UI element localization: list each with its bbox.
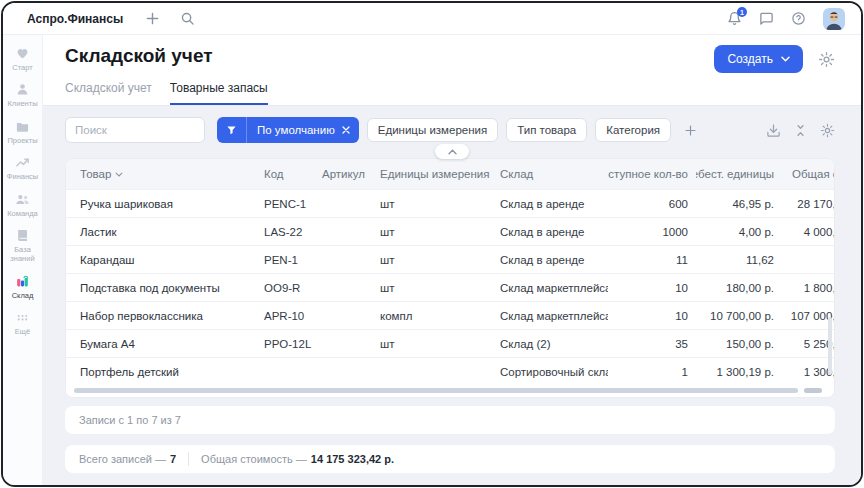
cell-warehouse: Склад (2) — [492, 338, 608, 350]
cell-unit: шт — [372, 338, 492, 350]
active-filter-label: По умолчанию — [247, 124, 342, 136]
cell-product: Ластик — [66, 226, 256, 238]
download-icon[interactable] — [766, 123, 781, 138]
chevron-up-icon — [448, 149, 457, 155]
column-header-unit-cost[interactable]: Себест. единицы — [696, 168, 782, 180]
column-header-product[interactable]: Товар — [66, 168, 256, 180]
create-button[interactable]: Создать — [714, 45, 803, 73]
total-records-value: 7 — [170, 453, 176, 465]
sidebar-item-finance[interactable]: Финансы — [3, 153, 42, 183]
table-row[interactable]: Бумага А4 PPO-12L шт Склад (2) 35 150,00… — [66, 329, 834, 357]
column-header-available-qty[interactable]: Доступное кол-во — [608, 168, 696, 180]
sidebar: Старт Клиенты Проекты Финансы Команда Ба… — [3, 35, 43, 485]
cell-total-cost: 1 — [782, 254, 835, 266]
app-window: Аспро.Финансы 1 Старт — [1, 1, 863, 487]
user-avatar[interactable] — [823, 8, 845, 30]
add-filter-icon[interactable] — [679, 124, 702, 137]
cell-code: OO9-R — [256, 282, 314, 294]
cell-code: PENC-1 — [256, 198, 314, 210]
column-header-total-cost[interactable]: Общая стоимость — [782, 168, 835, 180]
warehouse-icon — [15, 274, 30, 289]
table-body: Ручка шариковая PENC-1 шт Склад в аренде… — [66, 189, 834, 385]
cell-unit-cost: 4,00 р. — [696, 226, 782, 238]
cell-available-qty: 1 — [608, 366, 696, 378]
cell-unit: шт — [372, 282, 492, 294]
cell-unit-cost: 180,00 р. — [696, 282, 782, 294]
filter-toolbar: По умолчанию Единицы измерения Тип товар… — [65, 117, 835, 143]
search-input[interactable] — [65, 117, 205, 143]
add-icon[interactable] — [145, 11, 160, 26]
more-icon — [15, 310, 30, 325]
cell-unit-cost: 1 300,19 р. — [696, 366, 782, 378]
help-icon[interactable] — [791, 11, 806, 26]
sidebar-item-warehouse[interactable]: Склад — [3, 272, 42, 302]
sidebar-item-label: Клиенты — [7, 99, 37, 108]
table-row[interactable]: Карандаш PEN-1 шт Склад в аренде 11 11,6… — [66, 245, 834, 273]
vertical-scrollbar-thumb[interactable] — [828, 317, 832, 375]
sidebar-item-team[interactable]: Команда — [3, 190, 42, 220]
sidebar-item-clients[interactable]: Клиенты — [3, 80, 42, 110]
table-settings-icon[interactable] — [820, 123, 835, 138]
page-tabs: Складской учет Товарные запасы — [65, 81, 835, 105]
cell-warehouse: Склад в аренде — [492, 254, 608, 266]
total-cost-label: Общая стоимость — — [201, 453, 307, 465]
table-header: Товар Код Артикул Единицы измерения Скла… — [66, 159, 834, 189]
inventory-table: Товар Код Артикул Единицы измерения Скла… — [65, 158, 835, 398]
horizontal-scrollbar-thumb[interactable] — [74, 388, 798, 393]
page-title: Складской учет — [65, 45, 213, 67]
table-row[interactable]: Подставка под документы OO9-R шт Склад м… — [66, 273, 834, 301]
cell-warehouse: Склад маркетплейса — [492, 310, 608, 322]
notifications-button[interactable]: 1 — [727, 11, 742, 26]
filter-chip-units[interactable]: Единицы измерения — [367, 118, 498, 142]
collapse-rows-icon[interactable] — [794, 124, 807, 137]
filter-chip-product-type[interactable]: Тип товара — [506, 118, 587, 142]
sidebar-item-projects[interactable]: Проекты — [3, 117, 42, 147]
table-row[interactable]: Набор первоклассника APR-10 компл Склад … — [66, 301, 834, 329]
total-cost: Общая стоимость — 14 175 323,42 р. — [201, 453, 394, 465]
app-title: Аспро.Финансы — [27, 12, 123, 26]
cell-available-qty: 35 — [608, 338, 696, 350]
funnel-icon[interactable] — [217, 117, 247, 143]
cell-product: Бумага А4 — [66, 338, 256, 350]
remove-filter-icon[interactable] — [342, 126, 359, 134]
finance-icon — [15, 155, 30, 170]
chat-icon[interactable] — [759, 11, 774, 26]
main-area: Складской учет Создать Складской учет То… — [43, 35, 861, 485]
sidebar-item-start[interactable]: Старт — [3, 44, 42, 74]
tab-inventory[interactable]: Товарные запасы — [170, 81, 268, 105]
cell-total-cost: 1 800,0 — [782, 282, 835, 294]
column-header-warehouse[interactable]: Склад — [492, 168, 608, 180]
horizontal-scrollbar[interactable] — [66, 385, 834, 397]
cell-available-qty: 10 — [608, 282, 696, 294]
horizontal-scrollbar-end[interactable] — [804, 388, 822, 393]
cell-product: Подставка под документы — [66, 282, 256, 294]
active-filter-chip[interactable]: По умолчанию — [217, 117, 359, 143]
table-row[interactable]: Ластик LAS-22 шт Склад в аренде 1000 4,0… — [66, 217, 834, 245]
column-header-units[interactable]: Единицы измерения — [372, 168, 492, 180]
filter-chip-category[interactable]: Категория — [595, 118, 671, 142]
column-header-code[interactable]: Код — [256, 168, 314, 180]
tab-warehouse-accounting[interactable]: Складской учет — [65, 81, 152, 105]
cell-total-cost: 4 000,0 — [782, 226, 835, 238]
total-records: Всего записей — 7 — [79, 453, 176, 465]
cell-unit: шт — [372, 254, 492, 266]
table-row[interactable]: Ручка шариковая PENC-1 шт Склад в аренде… — [66, 189, 834, 217]
sidebar-item-knowledge-base[interactable]: База знаний — [3, 226, 42, 266]
page-settings-icon[interactable] — [818, 51, 835, 68]
sidebar-item-label: Команда — [7, 209, 38, 218]
table-actions — [766, 123, 835, 138]
cell-available-qty: 1000 — [608, 226, 696, 238]
knowledge-base-icon — [15, 228, 30, 243]
cell-code: PEN-1 — [256, 254, 314, 266]
collapse-panel-button[interactable] — [435, 144, 469, 159]
sidebar-item-more[interactable]: Ещё — [3, 308, 42, 338]
topbar: Аспро.Финансы 1 — [3, 3, 861, 35]
cell-code: PPO-12L — [256, 338, 314, 350]
cell-unit-cost: 150,00 р. — [696, 338, 782, 350]
topbar-actions: 1 — [727, 8, 845, 30]
sidebar-item-label: Старт — [12, 63, 32, 72]
table-row[interactable]: Портфель детский Сортировочный склад 1 1… — [66, 357, 834, 385]
column-header-sku[interactable]: Артикул — [314, 168, 372, 180]
search-icon[interactable] — [180, 11, 195, 26]
total-records-label: Всего записей — — [79, 453, 166, 465]
